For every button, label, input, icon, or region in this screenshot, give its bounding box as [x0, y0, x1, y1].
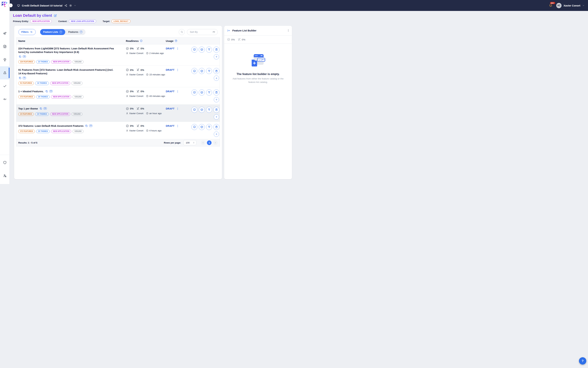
- feature-list-name[interactable]: Top 1 per theme: [18, 107, 38, 110]
- project-title[interactable]: Credit Default Dataset UI tutorial: [22, 4, 62, 7]
- copy-name-icon[interactable]: [19, 55, 21, 58]
- deployed-percent: 0%: [141, 107, 144, 110]
- badge-check-icon-button[interactable]: [191, 124, 197, 130]
- calculator-icon-button[interactable]: [214, 124, 219, 130]
- sidebar-item-ideate[interactable]: [0, 53, 9, 66]
- row-menu-button[interactable]: [176, 125, 179, 128]
- copy-name-icon[interactable]: [19, 76, 21, 79]
- feature-list-name[interactable]: 1 + Ideated Features.: [18, 90, 44, 93]
- page-1-button[interactable]: 1: [207, 140, 212, 145]
- entity-chip[interactable]: NEW APPLICATION: [30, 19, 52, 23]
- funnel-icon-button[interactable]: [206, 124, 212, 130]
- table-row[interactable]: Top 1 per themeID 24 FEATURES24 THEMESNE…: [16, 105, 220, 122]
- gear-icon[interactable]: [69, 4, 72, 7]
- badge-check-icon-button[interactable]: [191, 107, 197, 113]
- tab-feature-lists[interactable]: Feature Lists?: [40, 29, 65, 35]
- filters-button[interactable]: Filters: [18, 29, 36, 35]
- sidebar-item-governance[interactable]: [0, 156, 9, 169]
- sidebar-item-account[interactable]: [0, 169, 9, 182]
- cube-icon-button[interactable]: [199, 107, 205, 113]
- copy-id-icon[interactable]: ID: [23, 77, 26, 79]
- cube-icon-button[interactable]: [199, 124, 205, 130]
- entity-field-label: Target:: [103, 20, 110, 23]
- calculator-icon-button[interactable]: [214, 68, 219, 74]
- sort-by-box[interactable]: [187, 29, 218, 35]
- empty-state-title: The feature list builder is empty.: [224, 73, 292, 76]
- tab-features[interactable]: Features?: [65, 29, 85, 35]
- entity-chip[interactable]: NEW LOAN APPLICATION: [69, 19, 96, 23]
- add-to-builder-button[interactable]: [214, 97, 219, 102]
- badge-check-icon-button[interactable]: [191, 47, 197, 53]
- cube-icon: [200, 91, 203, 94]
- sort-by-input[interactable]: [190, 31, 211, 33]
- calculator-icon-button[interactable]: [214, 47, 219, 53]
- feature-list-name[interactable]: 91 Features from [372 features: Loan Def…: [18, 68, 113, 75]
- add-to-builder-button[interactable]: [214, 54, 219, 59]
- calculator-icon-button[interactable]: [214, 90, 219, 95]
- cube-icon-button[interactable]: [199, 90, 205, 95]
- table-row[interactable]: 91 Features from [372 features: Loan Def…: [16, 66, 220, 87]
- add-to-builder-button[interactable]: [214, 132, 219, 137]
- feature-list-table: NameReadinessUsage 224 Features from Lig…: [16, 37, 220, 147]
- badge-row: 373 FEATURES26 THEMESNEW APPLICATIONV251…: [18, 95, 116, 99]
- badge: 26 THEMES: [36, 95, 50, 99]
- calculator-icon-button[interactable]: [214, 107, 219, 113]
- sidebar-expand-button[interactable]: [9, 3, 13, 7]
- copy-id-icon[interactable]: ID: [23, 55, 26, 58]
- cube-icon-button[interactable]: [199, 47, 205, 53]
- prev-page-button[interactable]: [201, 140, 205, 145]
- next-page-button[interactable]: [213, 140, 218, 145]
- featurebyte-logo-icon: [1, 1, 8, 8]
- funnel-icon-button[interactable]: [206, 90, 212, 95]
- sidebar-item-approve[interactable]: [0, 79, 9, 92]
- feature-list-name[interactable]: 372 features: Loan Default Risk Assessme…: [18, 124, 83, 127]
- row-menu-button[interactable]: [176, 107, 179, 110]
- entity-chip[interactable]: LOAN_DEFAULT: [111, 19, 130, 23]
- info-icon[interactable]: [140, 39, 143, 42]
- table-body: 224 Features from LightGBM [372 features…: [16, 45, 220, 139]
- copy-name-icon[interactable]: [45, 90, 48, 93]
- share-icon[interactable]: [64, 4, 67, 7]
- sidebar-item-experiment[interactable]: [0, 66, 9, 79]
- readiness-percent: 0%: [130, 90, 134, 93]
- calculator-icon: [215, 108, 218, 111]
- add-to-builder-button[interactable]: [214, 114, 219, 120]
- copy-id-icon[interactable]: ID: [49, 90, 53, 92]
- row-menu-button[interactable]: [176, 90, 179, 93]
- funnel-icon-button[interactable]: [206, 68, 212, 74]
- badge-check-icon-button[interactable]: [191, 68, 197, 74]
- table-row[interactable]: 224 Features from LightGBM [372 features…: [16, 45, 220, 66]
- copy-id-icon[interactable]: ID: [89, 125, 92, 127]
- row-menu-button[interactable]: [176, 68, 179, 71]
- collapse-panel-button[interactable]: [227, 29, 230, 32]
- sidebar-item-monitor[interactable]: [0, 92, 9, 106]
- table-row[interactable]: 372 features: Loan Default Risk Assessme…: [16, 122, 220, 139]
- readiness-check-icon: [126, 124, 129, 128]
- tab-label: Feature Lists: [43, 31, 58, 33]
- funnel-icon-button[interactable]: [206, 107, 212, 113]
- copy-name-icon[interactable]: [39, 107, 42, 110]
- row-actions: [191, 90, 219, 95]
- badge-check-icon-button[interactable]: [191, 90, 197, 95]
- badge: V251202: [72, 95, 83, 99]
- row-menu-button[interactable]: [176, 47, 179, 50]
- copy-name-icon[interactable]: [85, 124, 88, 127]
- tab-group: Feature Lists?Features?: [40, 29, 86, 35]
- funnel-icon-button[interactable]: [206, 47, 212, 53]
- table-row[interactable]: 1 + Ideated Features.ID 373 FEATURES26 T…: [16, 87, 220, 105]
- rows-per-page-select[interactable]: 100: [183, 140, 196, 145]
- project-chevron-down-icon[interactable]: [74, 4, 76, 7]
- row-actions: [191, 124, 219, 130]
- cube-icon-button[interactable]: [199, 68, 205, 74]
- copy-id-icon[interactable]: ID: [44, 107, 47, 110]
- feature-list-name[interactable]: 224 Features from LightGBM [372 features…: [18, 47, 114, 54]
- cube-icon: [200, 48, 203, 51]
- edit-title-button[interactable]: [53, 14, 57, 17]
- sidebar-item-modeling[interactable]: [0, 40, 9, 53]
- help-icon[interactable]: [175, 39, 177, 42]
- builder-menu-button[interactable]: [287, 29, 290, 32]
- search-button[interactable]: [179, 29, 185, 35]
- sidebar-item-explore[interactable]: [0, 27, 9, 40]
- add-to-builder-button[interactable]: [214, 75, 219, 81]
- chevron-right-icon: [10, 4, 12, 7]
